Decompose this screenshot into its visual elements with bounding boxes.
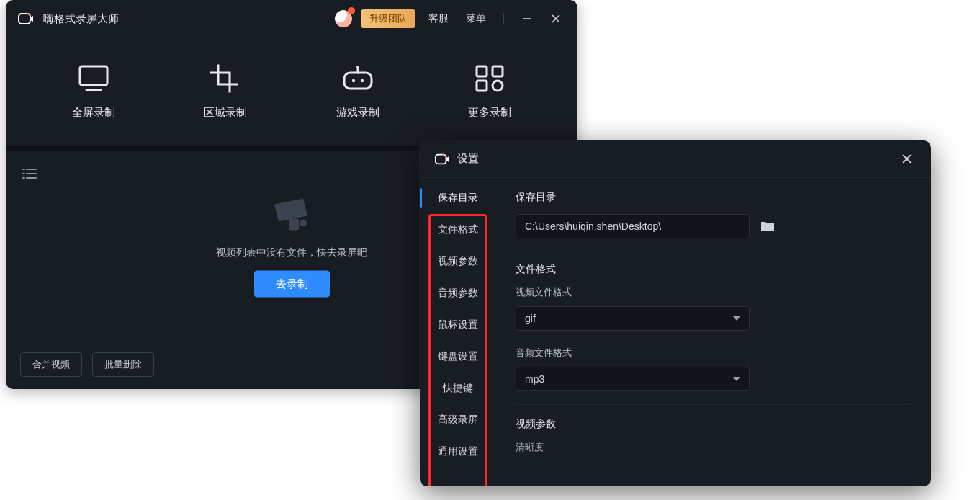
settings-close-button[interactable]: [896, 149, 917, 169]
save-path-input[interactable]: [516, 214, 750, 238]
nav-advanced[interactable]: 高级录屏: [420, 404, 495, 436]
nav-mouse[interactable]: 鼠标设置: [420, 309, 495, 341]
nav-general[interactable]: 通用设置: [420, 436, 495, 468]
svg-rect-13: [436, 154, 446, 164]
merge-video-button[interactable]: 合并视频: [20, 352, 82, 377]
close-button[interactable]: [546, 9, 566, 29]
svg-rect-3: [344, 73, 372, 89]
svg-point-14: [442, 153, 444, 156]
video-format-label: 视频文件格式: [516, 286, 911, 299]
audio-format-value: mp3: [525, 373, 544, 385]
section-video-params-title: 视频参数: [516, 418, 911, 431]
gamepad-icon: [341, 64, 374, 93]
video-format-value: gif: [525, 313, 536, 324]
mode-label: 游戏录制: [336, 106, 379, 120]
svg-point-6: [361, 79, 364, 81]
svg-rect-10: [493, 81, 503, 91]
settings-title-bar: 设置: [420, 140, 931, 178]
batch-delete-button[interactable]: 批量删除: [92, 352, 154, 377]
svg-rect-11: [289, 219, 299, 231]
camera-icon: [434, 151, 450, 167]
nav-file-format[interactable]: 文件格式: [420, 214, 495, 246]
monitor-icon: [78, 64, 109, 93]
settings-content: 保存目录 文件格式 视频文件格式 gif 音频文件格式 mp3: [495, 178, 931, 486]
nav-save-dir[interactable]: 保存目录: [420, 182, 495, 214]
mode-region[interactable]: 区域录制: [204, 64, 247, 120]
upgrade-button[interactable]: 升级团队: [361, 9, 415, 28]
svg-point-1: [27, 13, 29, 15]
section-divider: [516, 404, 911, 405]
mode-game[interactable]: 游戏录制: [336, 64, 379, 120]
mode-label: 全屏录制: [72, 106, 115, 120]
title-bar: 嗨格式录屏大师 升级团队 客服 菜单: [6, 0, 577, 37]
chevron-down-icon: [733, 377, 740, 381]
settings-body: 保存目录 文件格式 视频参数 音频参数 鼠标设置 键盘设置 快捷键 高级录屏 通…: [420, 178, 931, 486]
empty-camera-icon: [267, 195, 316, 235]
audio-format-label: 音频文件格式: [516, 347, 911, 360]
nav-hotkeys[interactable]: 快捷键: [420, 372, 495, 404]
svg-point-4: [356, 66, 359, 68]
svg-point-5: [352, 79, 355, 81]
title-separator: [503, 13, 504, 24]
video-quality-label: 清晰度: [516, 441, 911, 454]
svg-rect-9: [477, 81, 487, 91]
list-view-button[interactable]: [19, 164, 40, 183]
mode-more[interactable]: 更多录制: [468, 64, 511, 120]
svg-rect-7: [477, 66, 487, 76]
section-file-format-title: 文件格式: [516, 263, 911, 276]
mode-label: 更多录制: [468, 106, 511, 120]
support-link[interactable]: 客服: [424, 12, 453, 25]
go-record-button[interactable]: 去录制: [254, 271, 330, 298]
svg-rect-0: [19, 14, 30, 24]
section-save-dir-title: 保存目录: [516, 191, 911, 204]
settings-title: 设置: [457, 152, 479, 166]
menu-link[interactable]: 菜单: [462, 12, 490, 25]
app-logo: [17, 10, 35, 27]
svg-point-12: [300, 220, 307, 227]
minimize-button[interactable]: [517, 9, 537, 29]
minimize-icon: [523, 14, 531, 23]
grid-icon: [475, 64, 505, 93]
settings-window: 设置 保存目录 文件格式 视频参数 音频参数 鼠标设置 键盘设置 快捷键 高级录…: [420, 140, 931, 486]
mascot-icon[interactable]: [335, 10, 352, 27]
svg-rect-8: [493, 66, 503, 76]
audio-format-select[interactable]: mp3: [516, 367, 750, 391]
empty-state: 视频列表中没有文件，快去录屏吧 去录制: [216, 195, 367, 298]
save-path-row: [516, 214, 911, 238]
close-icon: [902, 154, 912, 164]
list-icon: [22, 168, 37, 179]
nav-video-params[interactable]: 视频参数: [420, 246, 495, 277]
nav-keyboard[interactable]: 键盘设置: [420, 341, 495, 372]
nav-audio-params[interactable]: 音频参数: [420, 277, 495, 309]
mode-fullscreen[interactable]: 全屏录制: [72, 64, 115, 120]
chevron-down-icon: [733, 316, 740, 321]
camera-icon: [17, 10, 35, 27]
svg-rect-2: [80, 66, 107, 85]
crop-icon: [210, 64, 241, 93]
mode-label: 区域录制: [204, 106, 247, 120]
close-icon: [552, 14, 560, 23]
folder-icon: [760, 220, 775, 232]
settings-nav: 保存目录 文件格式 视频参数 音频参数 鼠标设置 键盘设置 快捷键 高级录屏 通…: [420, 178, 495, 486]
video-format-select[interactable]: gif: [516, 306, 750, 331]
app-title: 嗨格式录屏大师: [43, 12, 119, 26]
browse-folder-button[interactable]: [758, 217, 777, 236]
empty-message: 视频列表中没有文件，快去录屏吧: [216, 246, 367, 259]
recording-modes: 全屏录制 区域录制 游戏录制 更多录制: [6, 37, 577, 151]
